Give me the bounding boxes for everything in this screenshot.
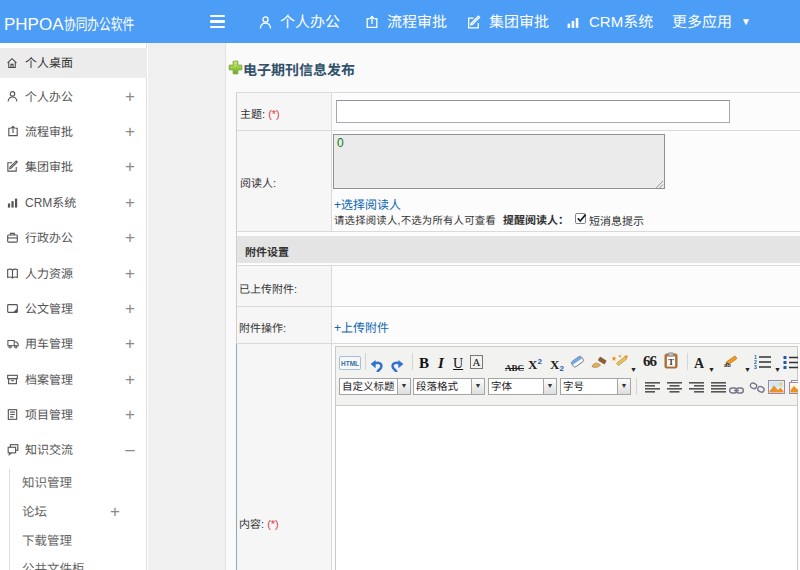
svg-text:T: T — [668, 357, 674, 367]
svg-text:3: 3 — [754, 364, 757, 369]
svg-text:ab: ab — [724, 362, 731, 368]
